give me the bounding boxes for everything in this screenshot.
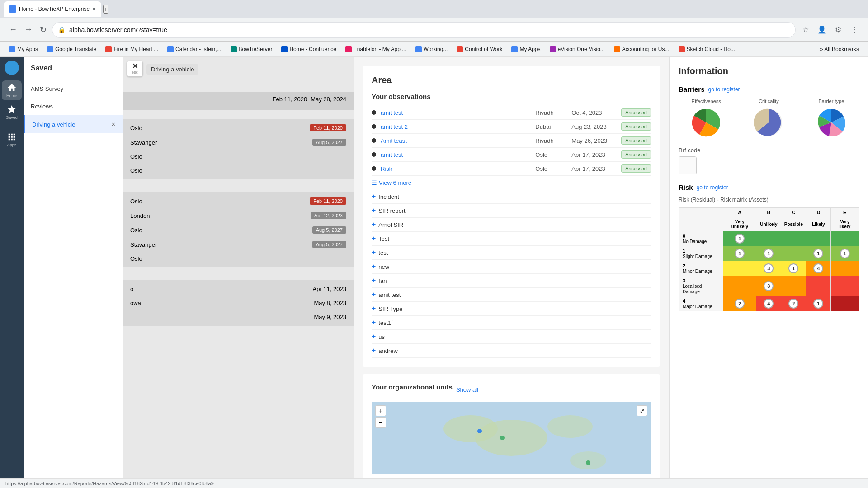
badge: 1 [764,249,774,258]
forward-button[interactable]: → [23,23,34,36]
tab-bar: Home - BowTieXP Enterprise × + [0,0,868,18]
view-more-button[interactable]: ☰ View 6 more [372,179,651,186]
bookmark-google-translate[interactable]: Google Translate [43,45,100,54]
expand-item-amol-sir[interactable]: + Amol SIR [372,218,651,232]
refresh-button[interactable]: ↻ [38,23,48,37]
location-partial-2: owa [130,300,310,306]
list-icon: ☰ [372,179,377,186]
obs-name-3[interactable]: Amit teast [381,137,535,144]
col-e-header: E [831,208,859,217]
expand-item-new[interactable]: + new [372,260,651,274]
bookmark-favicon [9,46,15,52]
obs-name-2[interactable]: amit test 2 [381,123,535,130]
all-bookmarks-label: ›› All Bookmarks [820,46,859,52]
bookmark-icon[interactable]: ☆ [799,23,812,36]
sidebar-item-saved[interactable]: Saved [2,102,22,122]
obs-location-4: Oslo [535,151,571,158]
bookmark-label: Calendar - Istein,... [175,46,221,52]
area-title: Area [372,75,651,85]
obs-date-5: Apr 17, 2023 [571,165,621,172]
sidebar-item-apps[interactable]: Apps [2,130,22,150]
badge: 1 [813,299,823,309]
bookmark-working[interactable]: Working... [412,45,452,54]
saved-item-close-button[interactable]: × [112,121,115,128]
plus-icon: + [372,206,376,215]
saved-item-ams-survey[interactable]: AMS Survey [24,80,123,98]
bookmark-sketch[interactable]: Sketch Cloud - Do... [675,45,739,54]
expand-item-fan[interactable]: + fan [372,274,651,288]
expand-item-test-lower[interactable]: + test [372,246,651,260]
sidebar-home-label: Home [6,94,17,98]
profile-icon[interactable]: 👤 [816,23,828,36]
expand-item-sir-report[interactable]: + SIR report [372,204,651,218]
expand-label: andrew [378,347,398,354]
expand-item-andrew[interactable]: + andrew [372,344,651,358]
close-tab-button[interactable]: × [92,5,96,13]
matrix-row-2: 2Minor Damage 3 1 4 [679,261,859,276]
address-bar[interactable]: 🔒 alpha.bowtieserver.com/?stay=true [52,22,796,38]
sidebar-item-home[interactable]: Home [2,80,22,100]
bookmark-calendar[interactable]: Calendar - Istein,... [164,45,225,54]
bookmark-accounting[interactable]: Accounting for Us... [610,45,673,54]
obs-name-1[interactable]: amit test [381,109,535,116]
expand-item-incident[interactable]: + Incident [372,190,651,204]
active-tab[interactable]: Home - BowTieXP Enterprise × [4,1,101,17]
bookmark-label: My Apps [17,46,38,52]
bookmark-home-confluence[interactable]: Home - Confluence [278,45,340,54]
list-row-partial-1: o Apr 11, 2023 [123,282,354,296]
bookmark-fire-my-heart[interactable]: Fire in My Heart ... [102,45,162,54]
info-panel: Information Barriers go to register Effe… [669,57,868,488]
menu-icon[interactable]: ⋮ [848,23,861,36]
expand-item-amit-test[interactable]: + amit test [372,288,651,302]
date-badge-apr: Apr 12, 2023 [311,212,346,219]
obs-row-2: amit test 2 Dubai Aug 23, 2023 Assessed [372,120,651,134]
app-container: Home Saved Apps Account Saved AMS Survey… [0,57,868,488]
back-button[interactable]: ← [7,23,19,36]
risk-go-register[interactable]: go to register [697,184,728,191]
bookmark-my-apps-1[interactable]: My Apps [5,45,42,54]
show-all-button[interactable]: Show all [456,386,478,393]
expand-item-test1[interactable]: + test1` [372,316,651,330]
expand-item-test[interactable]: + Test [372,232,651,246]
list-section-1: Feb 11, 2020 May 28, 2024 [123,92,354,110]
sidebar-apps-label: Apps [7,143,17,147]
location-oslo: Oslo [130,125,306,131]
bookmark-favicon [105,46,112,52]
main-content: ✕ esc Driving a vehicle Feb 11, 2020 May… [123,57,868,488]
sidebar-saved-label: Saved [6,115,18,120]
saved-panel-header: Saved [24,57,123,80]
obs-date-2: Aug 23, 2023 [571,123,621,130]
expand-item-us[interactable]: + us [372,330,651,344]
obs-name-5[interactable]: Risk [381,165,535,172]
browser-chrome: Home - BowTieXP Enterprise × + ← → ↻ 🔒 a… [0,0,868,42]
all-bookmarks-button[interactable]: ›› All Bookmarks [816,45,863,54]
barriers-go-register[interactable]: go to register [708,86,740,93]
col-b-header: B [756,208,781,217]
col-a-header: A [723,208,756,217]
bookmark-enablelon[interactable]: Enablelon - My Appl... [342,45,410,54]
bookmark-my-apps-2[interactable]: My Apps [508,45,544,54]
address-text: alpha.bowtieserver.com/?stay=true [69,26,790,33]
matrix-row-1: 1Slight Damage 1 1 1 1 [679,246,859,261]
bookmark-control-of-work[interactable]: Control of Work [453,45,506,54]
new-tab-button[interactable]: + [103,5,108,14]
risk-header: Risk go to register [679,183,859,191]
close-overlay-button[interactable]: ✕ esc [127,61,143,77]
cell-2-d: 4 [806,261,831,276]
cell-0-d [806,231,831,246]
expand-label: SIR report [378,207,405,214]
extensions-icon[interactable]: ⚙ [832,23,844,36]
bookmark-evision[interactable]: eVision One Visio... [546,45,609,54]
saved-item-reviews[interactable]: Reviews [24,98,123,115]
saved-item-driving-vehicle[interactable]: Driving a vehicle × [24,115,123,133]
criticality-pie [753,107,784,138]
expand-item-sir-type[interactable]: + SIR Type [372,302,651,316]
obs-name-4[interactable]: amit test [381,151,535,158]
brf-code-label: Brf code [679,147,859,154]
plus-icon: + [372,277,376,285]
col-e-label: Very likely [831,217,859,231]
bookmark-bowtieserver[interactable]: BowTieServer [227,45,276,54]
bookmark-label: My Apps [519,46,540,52]
nav-actions: ☆ 👤 ⚙ ⋮ [799,23,861,36]
list-section-3: Oslo Feb 11, 2020 London Apr 12, 2023 Os… [123,192,354,267]
